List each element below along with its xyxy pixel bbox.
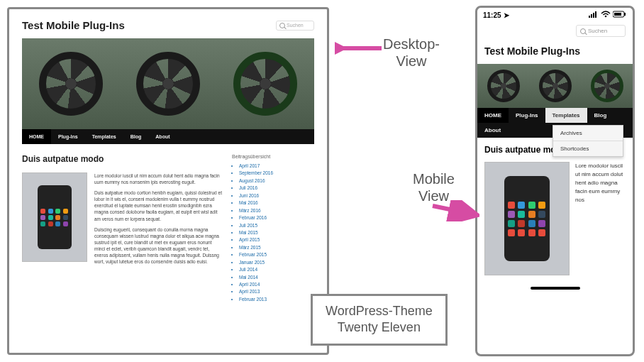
archive-link[interactable]: April 2014	[239, 282, 314, 287]
templates-dropdown: Archives Shortcodes	[553, 125, 623, 157]
archive-link[interactable]: Mai 2016	[239, 200, 314, 206]
nav-blog[interactable]: Blog	[587, 108, 614, 123]
nav-plugins[interactable]: Plug-Ins	[509, 108, 545, 123]
search-row: Suchen	[477, 21, 633, 41]
archive-link[interactable]: Februar 2015	[239, 252, 314, 258]
post-text: Lore modolor iuscil ut nim accum dolut h…	[575, 162, 626, 275]
site-title[interactable]: Test Mobile Plug-Ins	[477, 41, 633, 64]
svg-point-4	[605, 16, 607, 18]
phone-illustration	[38, 185, 72, 249]
main-nav: HOME Plug-Ins Templates Blog About Archi…	[477, 108, 633, 138]
post-title[interactable]: Duis autpatue modo	[22, 154, 222, 164]
archive-list: April 2017 September 2016 August 2016 Ju…	[232, 163, 314, 302]
nav-home[interactable]: HOME	[477, 108, 509, 123]
svg-rect-0	[589, 16, 590, 18]
annotation-mobile-view: Mobile View	[413, 170, 455, 204]
nav-templates[interactable]: Templates	[545, 108, 587, 123]
archive-link[interactable]: April 2015	[239, 237, 314, 243]
paragraph: Duiscing eugueril, consequant do conulla…	[94, 226, 222, 265]
archive-link[interactable]: April 2017	[239, 163, 314, 169]
archive-link[interactable]: Juli 2015	[239, 223, 314, 229]
archive-link[interactable]: Februar 2013	[239, 297, 314, 302]
svg-rect-7	[614, 13, 621, 16]
archive-link[interactable]: Mai 2014	[239, 275, 314, 280]
archive-link[interactable]: April 2013	[239, 289, 314, 295]
archive-link[interactable]: März 2016	[239, 208, 314, 214]
svg-rect-2	[593, 13, 594, 18]
archive-link[interactable]: Mai 2015	[239, 230, 314, 236]
main-nav: HOME Plug-Ins Templates Blog About	[22, 129, 314, 144]
wheel-image	[136, 52, 200, 116]
search-placeholder: Suchen	[287, 23, 304, 28]
post-text: Lore modolor iuscil ut nim accum dolut h…	[94, 172, 222, 269]
svg-rect-3	[595, 11, 596, 18]
post-body: Lore modolor iuscil ut nim accum dolut h…	[484, 162, 626, 275]
home-indicator[interactable]	[531, 287, 580, 290]
wheel-image	[591, 70, 623, 102]
battery-icon	[613, 11, 627, 19]
status-time: 11:25	[483, 11, 501, 19]
archive-link[interactable]: Juli 2014	[239, 267, 314, 273]
wheel-image	[487, 70, 520, 102]
signal-icon	[589, 11, 599, 19]
wifi-icon	[601, 11, 611, 19]
nav-templates[interactable]: Templates	[85, 129, 123, 144]
search-placeholder: Suchen	[588, 28, 607, 34]
search-icon	[279, 23, 285, 28]
dropdown-item-shortcodes[interactable]: Shortcodes	[553, 141, 623, 156]
annotation-desktop-view: Desktop- View	[383, 35, 440, 70]
header-image	[477, 64, 633, 108]
post-image[interactable]	[484, 162, 570, 275]
wheel-image	[539, 70, 572, 102]
content-area: Duis autpatue modo Lore modolor iuscil u…	[9, 144, 327, 314]
svg-rect-1	[591, 14, 592, 18]
location-icon: ➤	[504, 11, 509, 19]
paragraph: Lore modolor iuscil ut nim accum dolut h…	[94, 172, 222, 185]
phone-illustration	[504, 176, 550, 261]
archive-link[interactable]: Juli 2016	[239, 185, 314, 191]
desktop-browser-frame: Test Mobile Plug-Ins Suchen HOME Plug-In…	[7, 7, 329, 355]
status-bar: 11:25 ➤	[477, 8, 633, 21]
archive-link[interactable]: August 2016	[239, 178, 314, 184]
arrow-icon	[431, 200, 479, 221]
sidebar: Beitragsübersicht April 2017 September 2…	[232, 154, 314, 304]
wheel-image	[39, 52, 103, 116]
post-body: Lore modolor iuscil ut nim accum dolut h…	[22, 172, 222, 269]
search-input[interactable]: Suchen	[276, 21, 314, 31]
archive-link[interactable]: Juni 2016	[239, 193, 314, 199]
mobile-device-frame: 11:25 ➤ Suchen Test Mobile Plug-Ins HOME…	[475, 6, 635, 356]
archive-link[interactable]: Februar 2016	[239, 215, 314, 221]
site-header: Test Mobile Plug-Ins Suchen	[9, 9, 327, 38]
nav-about[interactable]: About	[148, 129, 177, 144]
post-image[interactable]	[22, 172, 87, 262]
search-input[interactable]: Suchen	[576, 25, 626, 37]
nav-plugins[interactable]: Plug-Ins	[51, 129, 85, 144]
site-title[interactable]: Test Mobile Plug-Ins	[22, 19, 125, 31]
svg-line-9	[433, 206, 474, 214]
header-image	[22, 38, 314, 129]
nav-home[interactable]: HOME	[22, 129, 51, 144]
arrow-icon	[335, 38, 383, 60]
nav-blog[interactable]: Blog	[123, 129, 149, 144]
archive-link[interactable]: September 2016	[239, 170, 314, 176]
paragraph: Duis autpatue modo cortion henibh eugiam…	[94, 190, 222, 221]
svg-rect-6	[624, 13, 626, 16]
main-column: Duis autpatue modo Lore modolor iuscil u…	[22, 154, 222, 304]
archive-link[interactable]: März 2015	[239, 245, 314, 251]
wheel-image	[233, 52, 297, 116]
sidebar-heading: Beitragsübersicht	[232, 154, 314, 159]
search-icon	[580, 28, 586, 34]
content-area: Duis autpatue modo Lore modolor iuscil u…	[477, 138, 633, 283]
dropdown-item-archives[interactable]: Archives	[553, 126, 623, 141]
archive-link[interactable]: Januar 2015	[239, 260, 314, 265]
caption-box: WordPress-Theme Twenty Eleven	[311, 294, 448, 346]
